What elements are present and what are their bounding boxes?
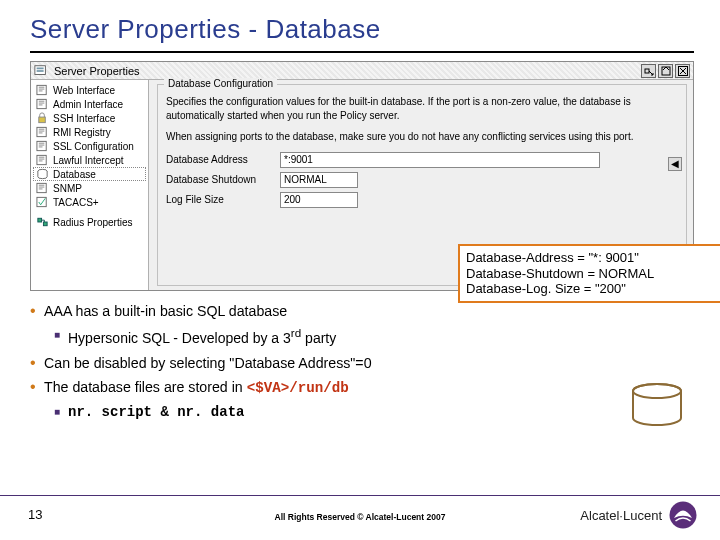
database-address-label: Database Address <box>166 154 274 165</box>
tree-item-ssl-configuration[interactable]: SSL Configuration <box>33 139 146 153</box>
doc-icon <box>35 84 49 96</box>
bullet-sup: rd <box>291 326 301 339</box>
bullet-files: The database files are stored in <$VA>/r… <box>30 377 694 398</box>
page-title: Server Properties - Database <box>30 14 694 45</box>
window-icon <box>34 64 48 78</box>
callout-line-1: Database-Address = "*: 9001" <box>466 250 720 266</box>
tree-item-tacacs[interactable]: TACACS+ <box>33 195 146 209</box>
svg-rect-2 <box>37 70 44 72</box>
tree-item-admin-interface[interactable]: Admin Interface <box>33 97 146 111</box>
svg-rect-15 <box>37 218 41 222</box>
doc-icon <box>35 182 49 194</box>
doc-icon <box>35 140 49 152</box>
doc-icon <box>35 154 49 166</box>
bullet-text: Hypersonic SQL - Developed by a 3 <box>68 330 291 346</box>
svg-rect-8 <box>38 117 45 123</box>
tree-item-label: SNMP <box>53 183 82 194</box>
window-title: Server Properties <box>52 65 641 77</box>
tree-item-web-interface[interactable]: Web Interface <box>33 83 146 97</box>
tree-item-radius-properties[interactable]: Radius Properties <box>33 215 146 229</box>
group-title: Database Configuration <box>164 78 277 89</box>
callout-line-3: Database-Log. Size = "200" <box>466 281 720 297</box>
bullet-disable: Can be disabled by selecting "Database A… <box>30 353 694 373</box>
scroll-left-icon[interactable]: ◀ <box>668 157 682 171</box>
code-path: <$VA>/run/db <box>247 380 349 396</box>
svg-rect-3 <box>645 69 649 73</box>
callout-box: Database-Address = "*: 9001" Database-Sh… <box>458 244 720 303</box>
tree-item-label: Database <box>53 169 96 180</box>
tree-item-snmp[interactable]: SNMP <box>33 181 146 195</box>
bullet-text: party <box>301 330 336 346</box>
database-cylinder-icon <box>630 382 684 432</box>
brand: Alcatel·Lucent <box>580 500 698 530</box>
bullet-aaa: AAA has a built-in basic SQL database <box>30 301 694 321</box>
check-icon <box>35 196 49 208</box>
tree-item-rmi-registry[interactable]: RMI Registry <box>33 125 146 139</box>
database-icon <box>35 168 49 180</box>
tree-item-label: Lawful Intercept <box>53 155 124 166</box>
code-files: nr. script & nr. data <box>68 404 244 420</box>
bullet-list: AAA has a built-in basic SQL database Hy… <box>30 301 694 423</box>
tree-item-label: SSH Interface <box>53 113 115 124</box>
log-file-size-input[interactable]: 200 <box>280 192 358 208</box>
tree-nav: Web Interface Admin Interface SSH Interf… <box>31 80 149 290</box>
brand-text: Alcatel·Lucent <box>580 508 662 523</box>
bullet-text: The database files are stored in <box>44 379 247 395</box>
log-file-size-label: Log File Size <box>166 194 274 205</box>
svg-rect-1 <box>37 67 44 69</box>
doc-icon <box>35 98 49 110</box>
tree-item-label: Web Interface <box>53 85 115 96</box>
doc-icon <box>35 126 49 138</box>
tree-item-ssh-interface[interactable]: SSH Interface <box>33 111 146 125</box>
tree-item-label: Admin Interface <box>53 99 123 110</box>
title-rule <box>30 51 694 53</box>
bullet-hypersonic: Hypersonic SQL - Developed by a 3rd part… <box>30 325 694 349</box>
window-titlebar: Server Properties <box>31 62 693 80</box>
svg-rect-16 <box>43 222 47 226</box>
minimize-icon[interactable] <box>641 64 656 78</box>
tree-item-label: SSL Configuration <box>53 141 134 152</box>
tree-item-database[interactable]: Database <box>33 167 146 181</box>
tree-item-label: TACACS+ <box>53 197 99 208</box>
brand-logo-icon <box>668 500 698 530</box>
footer-rule <box>0 495 720 496</box>
close-icon[interactable] <box>675 64 690 78</box>
callout-line-2: Database-Shutdown = NORMAL <box>466 266 720 282</box>
database-shutdown-input[interactable]: NORMAL <box>280 172 358 188</box>
desc-para-2: When assigning ports to the database, ma… <box>166 130 678 144</box>
node-icon <box>35 216 49 228</box>
maximize-icon[interactable] <box>658 64 673 78</box>
bullet-nr-script: nr. script & nr. data <box>30 402 694 423</box>
database-shutdown-label: Database Shutdown <box>166 174 274 185</box>
tree-item-lawful-intercept[interactable]: Lawful Intercept <box>33 153 146 167</box>
tree-item-label: RMI Registry <box>53 127 111 138</box>
database-address-input[interactable]: *:9001 <box>280 152 600 168</box>
svg-rect-4 <box>662 67 670 75</box>
lock-icon <box>35 112 49 124</box>
tree-item-label: Radius Properties <box>53 217 132 228</box>
desc-para-1: Specifies the configuration values for t… <box>166 95 678 122</box>
